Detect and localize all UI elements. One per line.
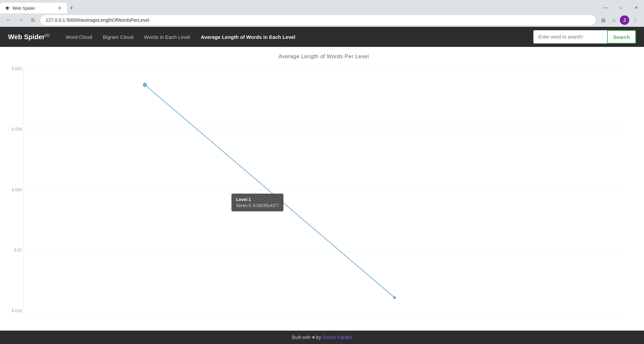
y-label-3: 6.02 (5, 248, 22, 253)
app-brand: Web Spider(β) (8, 33, 50, 41)
chart-area: 6.032 6.028 6.024 6.02 6.016 (23, 66, 624, 313)
app-navbar: Web Spider(β) Word Cloud Bigram Cloud Wo… (0, 27, 644, 47)
nav-words-in-level[interactable]: Words in Each Level (139, 27, 196, 47)
y-axis-labels: 6.032 6.028 6.024 6.02 6.016 (5, 66, 22, 313)
search-input[interactable] (533, 30, 607, 44)
forward-button[interactable]: → (16, 15, 25, 25)
y-label-4: 6.016 (5, 308, 22, 313)
new-tab-button[interactable]: + (67, 3, 76, 13)
y-label-0: 6.032 (5, 66, 22, 71)
menu-icon[interactable]: ⋮ (631, 15, 640, 25)
nav-word-cloud[interactable]: Word Cloud (60, 27, 98, 47)
refresh-button[interactable]: ↻ (28, 15, 38, 25)
data-point-0 (143, 83, 147, 87)
footer-text: Built with ♥ by Jinesh Parakh (292, 335, 352, 340)
url-text: 127.0.0.1:5000/#averageLengthOfWordsPerL… (46, 17, 149, 23)
chart-container: Average Length of Words Per Level 6.032 … (0, 47, 644, 331)
y-label-1: 6.028 (5, 127, 22, 132)
footer: Built with ♥ by Jinesh Parakh (0, 331, 644, 344)
nav-links: Word Cloud Bigram Cloud Words in Each Le… (60, 27, 533, 47)
tab-close-icon[interactable]: ✕ (58, 5, 62, 11)
search-button[interactable]: Search (607, 30, 636, 44)
y-label-2: 6.024 (5, 188, 22, 192)
data-point-2 (393, 296, 396, 299)
maximize-button[interactable]: □ (613, 3, 629, 13)
chart-svg (23, 66, 624, 313)
minimize-button[interactable]: — (598, 3, 613, 13)
back-button[interactable]: ← (4, 15, 13, 25)
translate-icon[interactable]: ⊞ (598, 15, 608, 25)
search-area: Search (533, 30, 636, 44)
tab-title: Web Spider (12, 6, 35, 11)
tab-favicon: 🕷 (5, 6, 10, 11)
footer-author-link[interactable]: Jinesh Parakh (322, 335, 352, 340)
bookmark-icon[interactable]: ☆ (609, 15, 619, 25)
close-button[interactable]: ✕ (629, 3, 644, 13)
nav-bigram-cloud[interactable]: Bigram Cloud (98, 27, 139, 47)
chart-title: Average Length of Words Per Level (23, 54, 624, 60)
browser-tab[interactable]: 🕷 Web Spider ✕ (0, 3, 67, 13)
main-content: Average Length of Words Per Level 6.032 … (0, 47, 644, 331)
svg-line-6 (145, 85, 394, 297)
user-avatar[interactable]: J (620, 15, 629, 25)
address-bar[interactable]: 127.0.0.1:5000/#averageLengthOfWordsPerL… (40, 15, 596, 25)
nav-avg-length[interactable]: Average Length of Words in Each Level (196, 27, 301, 47)
